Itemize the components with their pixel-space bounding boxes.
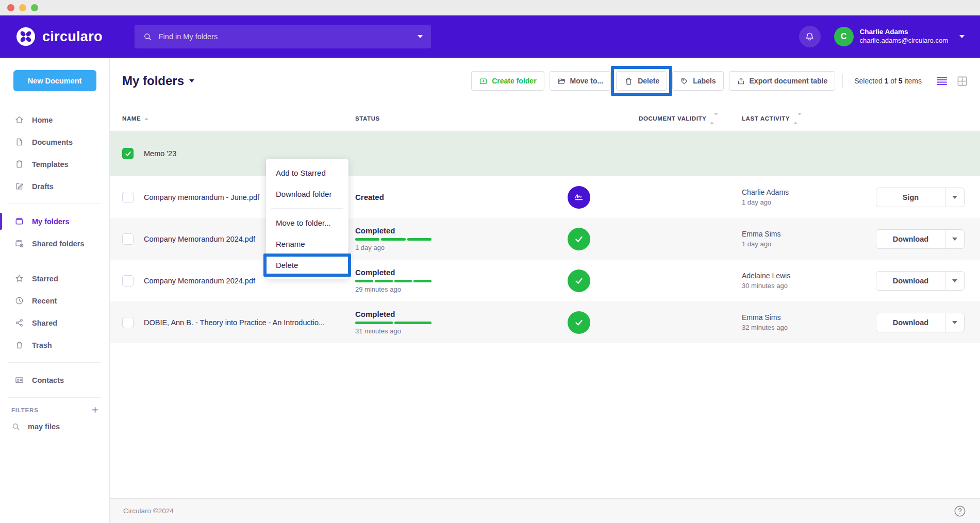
folder-icon [14, 216, 24, 226]
action-dropdown-button[interactable] [945, 272, 964, 290]
global-search [135, 25, 431, 48]
sidebar-item-shared-folders[interactable]: Shared folders [0, 232, 109, 255]
sidebar-item-home[interactable]: Home [0, 109, 109, 131]
column-header-label: STATUS [355, 115, 380, 122]
progress-segment [394, 322, 432, 324]
mac-titlebar [0, 0, 980, 15]
new-document-button[interactable]: New Document [13, 70, 96, 91]
activity-time: 1 day ago [742, 240, 771, 248]
sidebar-item-label: Starred [32, 275, 58, 283]
export-button[interactable]: Export document table [729, 71, 836, 91]
download-button[interactable]: Download [876, 313, 945, 332]
table-row[interactable]: Company memorandum - June.pdfCreatedChar… [110, 176, 980, 218]
sidebar-item-recent[interactable]: Recent [0, 290, 109, 312]
action-dropdown-button[interactable] [945, 230, 964, 248]
progress-segment [375, 280, 393, 282]
toolbar-button-wrap: Create folder [471, 71, 544, 91]
sign-button[interactable]: Sign [876, 188, 945, 207]
sidebar-item-trash[interactable]: Trash [0, 334, 109, 356]
grid-view-toggle[interactable] [957, 76, 968, 87]
search-input[interactable] [159, 32, 411, 41]
filters-label: FILTERS [11, 407, 39, 413]
column-header-name[interactable]: NAME [122, 115, 355, 122]
search-scope-chevron-down-icon[interactable] [418, 35, 423, 38]
valid-check-badge [568, 228, 590, 250]
row-checkbox[interactable] [122, 317, 134, 328]
action-dropdown-button[interactable] [945, 188, 964, 207]
column-header-document-validity[interactable]: DOCUMENT VALIDITY [541, 115, 742, 122]
page-title-dropdown[interactable]: My folders [122, 74, 194, 88]
move-to-button[interactable]: Move to... [550, 71, 611, 91]
context-menu-item-download-folder[interactable]: Download folder [266, 183, 348, 205]
export-icon [737, 77, 745, 86]
status-cell: Completed1 day ago [355, 226, 541, 251]
view-toggles [936, 76, 968, 87]
clock-icon [14, 296, 24, 306]
table-row[interactable]: Memo '23 [110, 131, 980, 176]
sidebar-item-label: Contacts [32, 376, 64, 384]
sidebar-item-label: Shared folders [32, 240, 85, 248]
download-button[interactable]: Download [876, 272, 945, 290]
delete-button[interactable]: Delete [616, 71, 667, 91]
toolbar-button-label: Move to... [570, 77, 604, 85]
status-progress-bar [355, 238, 431, 241]
sidebar-item-documents[interactable]: Documents [0, 131, 109, 153]
sidebar-item-templates[interactable]: Templates [0, 153, 109, 175]
avatar: C [834, 27, 854, 46]
status-progress-bar [355, 280, 431, 282]
brand-logo[interactable]: circularo [15, 26, 103, 47]
folder-open-icon [557, 77, 566, 86]
sidebar-item-my-folders[interactable]: My folders [0, 210, 109, 232]
close-window-button[interactable] [7, 4, 14, 11]
download-button[interactable]: Download [876, 230, 945, 248]
table-row[interactable]: DOBIE, Ann B. - Theory into Practice - A… [110, 301, 980, 343]
list-view-toggle[interactable] [936, 76, 948, 86]
valid-check-badge [568, 269, 590, 292]
sidebar-item-label: Templates [32, 160, 69, 168]
context-menu-item-rename[interactable]: Rename [266, 233, 348, 255]
user-menu-chevron-down-icon [959, 35, 965, 38]
sidebar-item-starred[interactable]: Starred [0, 267, 109, 290]
table-row[interactable]: Company Memorandum 2024.pdfCompleted29 m… [110, 260, 980, 301]
filter-item-may-files[interactable]: may files [0, 422, 109, 431]
sidebar: New Document HomeDocumentsTemplatesDraft… [0, 58, 110, 523]
sidebar-nav: HomeDocumentsTemplatesDraftsMy foldersSh… [0, 109, 109, 391]
activity-user: Emma Sims [742, 313, 780, 322]
action-dropdown-button[interactable] [945, 313, 964, 332]
column-header-status[interactable]: STATUS [355, 115, 541, 122]
sidebar-item-shared[interactable]: Shared [0, 312, 109, 334]
row-checkbox[interactable] [122, 275, 134, 286]
sidebar-item-label: Drafts [32, 182, 54, 191]
divider [271, 208, 343, 209]
total-count: 5 [899, 77, 903, 85]
context-menu-item-move-to-folder[interactable]: Move to folder... [266, 212, 348, 233]
selected-count: 1 [885, 77, 889, 85]
validity-cell [541, 186, 742, 209]
row-checkbox[interactable] [122, 148, 134, 159]
folder-plus-icon [479, 77, 488, 86]
sidebar-item-drafts[interactable]: Drafts [0, 175, 109, 197]
maximize-window-button[interactable] [31, 4, 38, 11]
create-folder-button[interactable]: Create folder [471, 71, 544, 91]
add-filter-button[interactable] [91, 406, 99, 414]
sidebar-item-contacts[interactable]: Contacts [0, 369, 109, 391]
divider [8, 261, 101, 261]
status-label: Completed [355, 226, 395, 235]
column-header-label: LAST ACTIVITY [742, 115, 790, 122]
context-menu-item-add-to-starred[interactable]: Add to Starred [266, 162, 348, 183]
document-name: DOBIE, Ann B. - Theory into Practice - A… [144, 318, 325, 327]
minimize-window-button[interactable] [19, 4, 26, 11]
row-checkbox[interactable] [122, 192, 134, 203]
progress-segment [355, 280, 373, 282]
user-menu[interactable]: C Charlie Adams charlie.adams@circularo.… [834, 27, 965, 46]
table-row[interactable]: Company Memorandum 2024.pdfCompleted1 da… [110, 218, 980, 260]
row-checkbox[interactable] [122, 233, 134, 245]
status-cell: Completed31 minutes ago [355, 310, 541, 335]
user-name: Charlie Adams [860, 28, 948, 37]
help-button[interactable] [953, 504, 967, 518]
notifications-button[interactable] [799, 26, 821, 47]
toolbar-button-label: Export document table [750, 77, 828, 85]
labels-button[interactable]: Labels [672, 71, 723, 91]
context-menu-item-delete[interactable]: Delete [266, 255, 348, 276]
column-header-last-activity[interactable]: LAST ACTIVITY [742, 115, 871, 122]
